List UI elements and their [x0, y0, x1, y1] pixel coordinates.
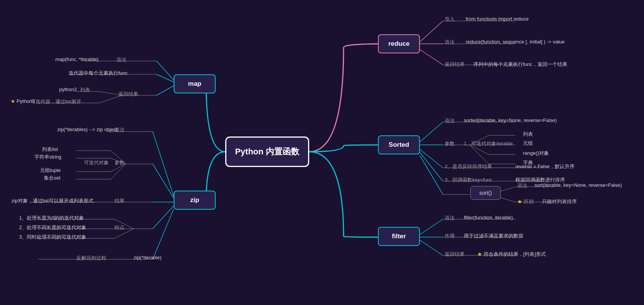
filter-syntax-value: filter(function, iterable): [464, 215, 513, 220]
sorted-iterable-key: 1、可迭代对象iterable: [464, 140, 513, 147]
zip-feature-3: 3、同时处理不同的可迭代对象: [19, 234, 86, 241]
zip-tuple: 元组tuple: [40, 167, 61, 174]
reduce-syntax-value: reduce(function, sequence [, initial] ) …: [466, 39, 565, 45]
filter-use-value: 用于过滤不满足要求的数据: [464, 233, 523, 239]
sorted-reverse-value: reverse = False，默认升序: [515, 163, 575, 170]
reduce-import-value: from functools import reduce: [466, 16, 529, 22]
zip-feature-1: 1、处理长度为0的的迭代对象: [19, 215, 84, 222]
zip-unzip-key: 反解压的过程: [76, 255, 106, 262]
reduce-return-value: 序列中的每个元素执行func，返回一个结果: [473, 61, 567, 68]
sort-node: sort(): [470, 186, 501, 200]
sorted-param-key: 参数: [445, 140, 455, 147]
map-syntax-value: map(func, *iterable): [55, 56, 98, 62]
sort-syntax-value: sort(iterable, key=None, reverse=False): [534, 182, 622, 188]
center-label: Python 内置函数: [235, 146, 300, 157]
reduce-label: reduce: [388, 40, 410, 48]
sorted-syntax-key: 语法: [445, 117, 455, 124]
zip-result-value: zip对象，通过list可以展开成列表形式: [11, 197, 94, 204]
sorted-callback-key: 3、回调函数key=func: [445, 177, 492, 183]
sorted-range: range()对象: [523, 150, 549, 157]
map-syntax-key: 语法: [116, 56, 126, 63]
sorted-node: Sorted: [378, 135, 420, 154]
zip-feature-key: 特点: [115, 224, 124, 231]
zip-label: zip: [190, 196, 199, 204]
filter-syntax-key: 语法: [445, 215, 455, 222]
map-iterable-key: 可迭代器，通过list展开: [31, 98, 81, 105]
reduce-node: reduce: [378, 34, 420, 53]
sort-diff-key: ★ 区别: [517, 198, 534, 205]
filter-use-key: 作用: [445, 233, 455, 239]
reduce-return-key: 返回结果: [445, 61, 465, 68]
zip-list: 列表list: [42, 146, 58, 153]
zip-feature-2: 2、处理不同长度的可迭代对象: [19, 224, 86, 231]
zip-string: 字符串string: [34, 154, 61, 161]
sorted-reverse-key: 2、是否反转排序结果: [445, 163, 492, 170]
filter-label: filter: [392, 233, 406, 240]
map-list-key: 列表: [80, 87, 90, 93]
map-python2: python2: [59, 87, 77, 92]
map-desc: 迭代器中每个元素执行func: [69, 70, 128, 77]
zip-unzip-value: zip(*iterable): [134, 255, 161, 260]
sorted-tuple: 元组: [523, 140, 533, 147]
sort-syntax-key: 语法: [517, 182, 527, 189]
zip-syntax-value: zip(*iterables) --> zip object: [57, 127, 118, 132]
center-node: Python 内置函数: [225, 136, 309, 167]
reduce-syntax-key: 语法: [445, 39, 455, 46]
zip-param-key: 参数: [115, 159, 124, 166]
zip-set: 集合set: [44, 175, 60, 181]
zip-node: zip: [174, 191, 216, 210]
map-return-key: 返回结果: [118, 91, 138, 98]
sorted-label: Sorted: [389, 141, 409, 149]
sorted-list: 列表: [523, 131, 533, 138]
zip-result-key: 结果: [115, 197, 124, 204]
filter-return-value: ★ 符合条件的结果，[列表]形式: [477, 251, 546, 258]
map-python3: ★ Python3: [11, 98, 35, 104]
filter-return-key: 返回结果: [445, 251, 465, 258]
filter-node: filter: [378, 227, 420, 246]
map-node: map: [174, 74, 216, 93]
zip-iterable-key: 可迭代对象: [84, 159, 109, 166]
reduce-import-key: 导入: [445, 16, 455, 23]
sorted-syntax-value: sorted(iterable, key=None, reverse=False…: [464, 117, 557, 123]
sort-diff-value: 只能对列表排序: [542, 198, 577, 205]
map-label: map: [188, 80, 202, 88]
